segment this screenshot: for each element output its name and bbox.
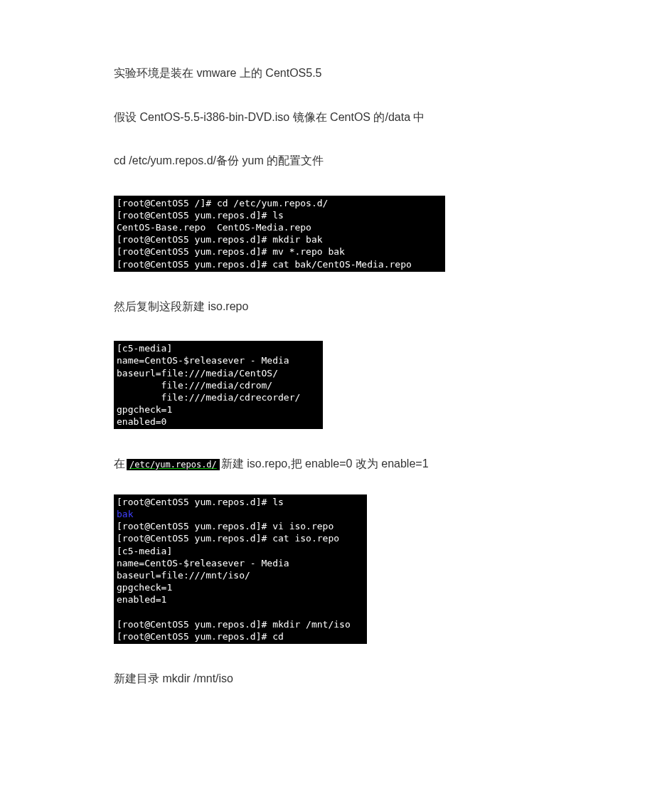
terminal-block-1: [root@CentOS5 /]# cd /etc/yum.repos.d/ [… xyxy=(114,196,445,272)
terminal-block-2: [c5-media] name=CentOS-$releasever - Med… xyxy=(114,341,323,429)
paragraph-env: 实验环境是装在 vmware 上的 CentOS5.5 xyxy=(114,64,558,83)
text-suffix: 新建 iso.repo,把 enable=0 改为 enable=1 xyxy=(221,457,429,470)
paragraph-assume: 假设 CentOS-5.5-i386-bin-DVD.iso 镜像在 CentO… xyxy=(114,108,558,127)
paragraph-mkdir: 新建目录 mkdir /mnt/iso xyxy=(114,670,558,688)
paragraph-cd-backup: cd /etc/yum.repos.d/备份 yum 的配置文件 xyxy=(114,152,558,170)
document-page: 实验环境是装在 vmware 上的 CentOS5.5 假设 CentOS-5.… xyxy=(0,0,672,770)
paragraph-copy-new: 然后复制这段新建 iso.repo xyxy=(114,297,558,316)
paragraph-inline-path: 在/etc/yum.repos.d/新建 iso.repo,把 enable=0… xyxy=(114,455,558,473)
inline-path-chip: /etc/yum.repos.d/ xyxy=(127,459,220,470)
terminal-block-3: [root@CentOS5 yum.repos.d]# ls bak [root… xyxy=(114,494,367,644)
text-prefix: 在 xyxy=(114,457,125,470)
terminal-dir-bak: bak xyxy=(117,509,133,519)
